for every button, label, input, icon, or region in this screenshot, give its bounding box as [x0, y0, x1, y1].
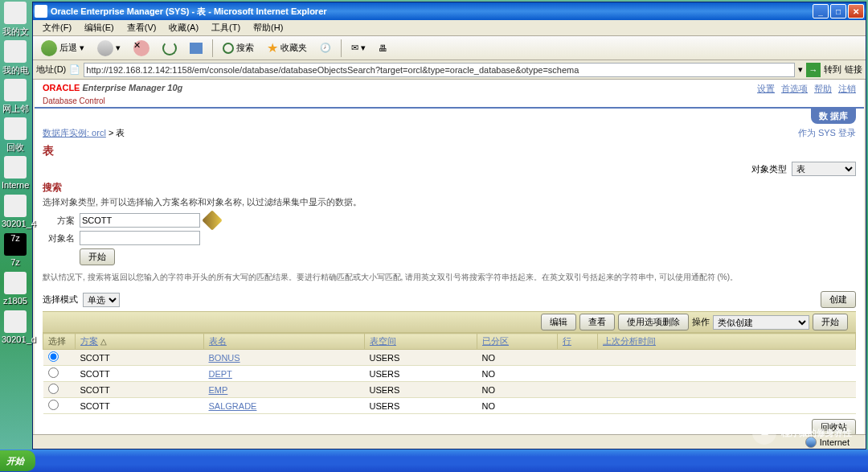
help-link[interactable]: 帮助: [814, 83, 832, 95]
desktop-icon[interactable]: 我的电: [2, 40, 29, 74]
select-mode-select[interactable]: 单选: [83, 293, 120, 307]
page-title: 表: [35, 142, 864, 160]
minimize-button[interactable]: _: [813, 4, 829, 18]
object-type-select[interactable]: 表: [792, 162, 856, 176]
result-toolbar: 编辑 查看 使用选项删除 操作 类似创建 开始: [43, 311, 856, 333]
logout-link[interactable]: 注销: [838, 83, 856, 95]
print-button[interactable]: 🖶: [374, 42, 392, 55]
table-link[interactable]: DEPT: [209, 369, 232, 379]
tab-database[interactable]: 数 据库: [811, 109, 856, 124]
go-button[interactable]: →: [806, 63, 821, 77]
prefs-link[interactable]: 首选项: [781, 83, 808, 95]
close-button[interactable]: ✕: [848, 4, 864, 18]
desktop-icon[interactable]: Interne: [2, 156, 29, 190]
row-select-radio[interactable]: [48, 367, 59, 378]
desktop-icon[interactable]: 我的文: [2, 2, 29, 35]
menu-tools[interactable]: 工具(T): [205, 20, 247, 35]
operations-label: 操作: [692, 316, 710, 328]
col-tablespace[interactable]: 表空间: [370, 336, 396, 346]
col-select: 选择: [48, 336, 66, 346]
maximize-button[interactable]: □: [830, 4, 846, 18]
refresh-button[interactable]: [158, 39, 182, 57]
browser-toolbar: 后退 ▾ ▾ ✕ 搜索 ★收藏夹 🕗 ✉▾ 🖶: [33, 36, 866, 60]
col-schema[interactable]: 方案: [80, 336, 98, 346]
breadcrumb-current: 表: [116, 128, 125, 137]
stop-icon: ✕: [133, 40, 149, 56]
statusbar: Internet: [33, 434, 866, 449]
favorites-button[interactable]: ★收藏夹: [262, 39, 312, 57]
table-link[interactable]: SALGRADE: [209, 401, 257, 411]
forward-button[interactable]: ▾: [92, 39, 125, 58]
history-button[interactable]: 🕗: [315, 41, 336, 55]
col-last-analyzed[interactable]: 上次分析时间: [603, 336, 656, 346]
create-button[interactable]: 创建: [821, 291, 856, 308]
desktop-icon[interactable]: 30201_d: [2, 310, 29, 344]
back-button[interactable]: 后退 ▾: [36, 39, 89, 58]
desktop-icon[interactable]: 7z7z: [2, 233, 29, 267]
desktop-icon[interactable]: 30201_4: [2, 195, 29, 228]
col-table-name[interactable]: 表名: [209, 336, 227, 346]
desktop-icon[interactable]: 回收: [2, 117, 29, 151]
menu-edit[interactable]: 编辑(E): [78, 20, 121, 35]
top-links: 设置 首选项 帮助 注销: [757, 83, 856, 95]
recycle-bin-button[interactable]: 回收站: [812, 419, 856, 434]
internet-zone-icon: [805, 437, 817, 448]
view-button[interactable]: 查看: [579, 314, 615, 330]
address-label: 地址(D): [36, 64, 66, 76]
menu-file[interactable]: 文件(F): [36, 20, 78, 35]
edit-button[interactable]: 编辑: [541, 314, 576, 330]
menu-help[interactable]: 帮助(H): [247, 20, 289, 35]
stop-button[interactable]: ✕: [129, 39, 154, 58]
menu-view[interactable]: 查看(V): [121, 20, 163, 35]
operations-select[interactable]: 类似创建: [713, 315, 809, 330]
address-input[interactable]: [84, 63, 795, 77]
menu-favorites[interactable]: 收藏(A): [162, 20, 205, 35]
history-icon: 🕗: [320, 43, 331, 53]
page-content: ORACLE Enterprise Manager 10g 设置 首选项 帮助 …: [33, 80, 866, 434]
operations-start-button[interactable]: 开始: [813, 314, 848, 330]
search-start-button[interactable]: 开始: [80, 248, 115, 265]
table-link[interactable]: BONUS: [209, 353, 240, 363]
flashlight-icon[interactable]: [202, 210, 222, 230]
schema-label: 方案: [43, 215, 75, 227]
home-button[interactable]: [185, 41, 207, 55]
table-link[interactable]: EMP: [209, 385, 228, 395]
window-title: Oracle Enterprise Manager (SYS) - 表 - Mi…: [51, 6, 813, 18]
go-label[interactable]: 转到: [824, 64, 841, 76]
object-name-input[interactable]: [80, 231, 200, 245]
mail-icon: ✉: [351, 43, 358, 53]
start-button[interactable]: 开始: [0, 450, 35, 471]
links-label[interactable]: 链接: [845, 64, 862, 76]
back-icon: [41, 40, 57, 56]
home-icon: [190, 43, 203, 54]
desktop-icon[interactable]: 网上邻: [2, 79, 29, 113]
col-rows[interactable]: 行: [563, 336, 571, 346]
taskbar: 开始: [0, 449, 868, 472]
oem-brand: ORACLE Enterprise Manager 10g: [43, 83, 182, 95]
desktop-icons: 我的文 我的电 网上邻 回收 Interne 30201_4 7z7z z180…: [2, 2, 31, 349]
search-note: 默认情况下, 搜索将返回以您输入的字符串开头的所有大写的匹配结果。要进行精确匹配…: [35, 269, 864, 288]
browser-window: Oracle Enterprise Manager (SYS) - 表 - Mi…: [32, 2, 866, 449]
search-heading: 搜索: [35, 178, 864, 196]
titlebar: Oracle Enterprise Manager (SYS) - 表 - Mi…: [33, 2, 866, 20]
mail-button[interactable]: ✉▾: [346, 41, 371, 55]
row-select-radio[interactable]: [48, 351, 59, 362]
delete-options-button[interactable]: 使用选项删除: [618, 314, 689, 330]
col-partitioned[interactable]: 已分区: [482, 336, 509, 346]
address-dropdown[interactable]: ▾: [798, 64, 803, 75]
ie-icon: [35, 5, 47, 18]
search-button[interactable]: 搜索: [218, 40, 259, 55]
desktop-icon[interactable]: z1805: [2, 272, 29, 306]
table-row: SCOTT SALGRADE USERS NO: [43, 398, 856, 414]
schema-input[interactable]: [80, 213, 200, 228]
db-control-label: Database Control: [35, 96, 864, 109]
object-type-label: 对象类型: [751, 163, 787, 175]
row-select-radio[interactable]: [48, 384, 59, 394]
breadcrumb-db-instance[interactable]: 数据库实例: orcl: [43, 128, 106, 137]
go-arrow-icon: →: [809, 65, 818, 75]
setup-link[interactable]: 设置: [757, 83, 775, 95]
row-select-radio[interactable]: [48, 400, 59, 410]
forward-icon: [97, 40, 113, 56]
breadcrumb: 数据库实例: orcl > 表: [43, 127, 125, 139]
results-table: 选择 方案 △ 表名 表空间 已分区 行 上次分析时间 SCOTT BONUS …: [43, 333, 856, 414]
